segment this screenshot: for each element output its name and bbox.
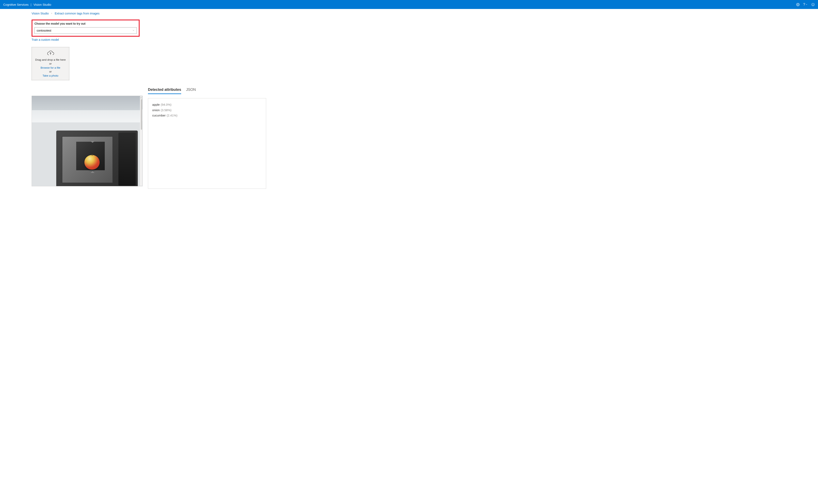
header-actions: ? [796,2,815,7]
model-select-wrapper [34,27,137,34]
app-header: Cognitive Services | Vision Studio ? [0,0,818,9]
result-name: apple [152,102,160,107]
result-name: cucumber [152,113,166,118]
section-name: Vision Studio [33,3,51,6]
svg-point-0 [797,4,798,5]
result-row: cucumber (2.41%) [152,113,262,118]
model-selector-highlight: Choose the model you want to try out [32,20,140,37]
main-area: ▴ Detected attributes JSON apple (94.0%)… [32,88,786,189]
cloud-upload-icon [47,50,54,57]
result-row: apple (94.0%) [152,102,262,107]
gear-icon[interactable] [796,3,800,6]
tab-detected-attributes[interactable]: Detected attributes [148,88,181,94]
svg-point-1 [812,3,814,6]
chevron-right-icon [51,12,53,15]
upload-box[interactable]: Drag and drop a file here or Browse for … [32,47,69,80]
result-name: onion [152,108,160,113]
page-content: Vision Studio Extract common tags from i… [0,9,818,192]
results-panel: Detected attributes JSON apple (94.0%) o… [148,88,266,189]
result-confidence: (2.41%) [167,113,177,118]
svg-point-2 [812,4,813,4]
help-icon[interactable]: ? [803,2,808,7]
drag-drop-text: Drag and drop a file here [35,58,66,62]
model-select[interactable] [34,27,137,34]
train-model-link[interactable]: Train a custom model [32,38,59,41]
header-title: Cognitive Services | Vision Studio [3,3,51,6]
result-tabs: Detected attributes JSON [148,88,266,94]
preview-image: ▴ [32,96,143,186]
or-text-2: or [49,70,52,74]
image-panel: ▴ [32,88,143,189]
app-name: Cognitive Services [3,3,29,6]
results-box: apple (94.0%) onion (3.58%) cucumber (2.… [148,98,266,189]
header-divider: | [31,3,31,6]
svg-point-3 [813,4,814,4]
or-text-1: or [49,62,52,66]
breadcrumb-page[interactable]: Extract common tags from images [55,12,99,15]
take-photo-link[interactable]: Take a photo [43,74,58,78]
image-scrollbar-thumb[interactable] [141,99,142,130]
breadcrumb: Vision Studio Extract common tags from i… [32,12,786,15]
browse-link[interactable]: Browse for a file [41,66,60,70]
feedback-icon[interactable] [811,3,815,6]
tab-json[interactable]: JSON [186,88,196,94]
result-row: onion (3.58%) [152,108,262,113]
result-confidence: (94.0%) [161,102,172,107]
breadcrumb-root[interactable]: Vision Studio [32,12,49,15]
result-confidence: (3.58%) [161,108,172,113]
model-label: Choose the model you want to try out [34,22,137,25]
